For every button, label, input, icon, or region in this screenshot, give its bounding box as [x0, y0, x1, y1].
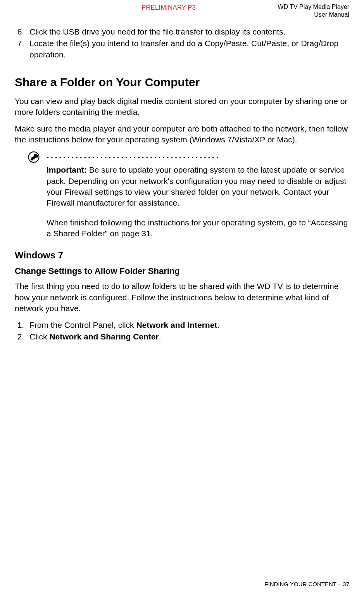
note-label: Important: — [47, 165, 87, 174]
paragraph-intro-1: You can view and play back digital media… — [15, 96, 349, 118]
step-7: Locate the file(s) you intend to transfe… — [26, 38, 349, 60]
subheading-windows7: Windows 7 — [15, 250, 349, 261]
note-important-text: Important: Be sure to update your operat… — [47, 164, 349, 208]
header-line-1: WD TV Play Media Player — [278, 3, 349, 11]
subsubheading-change-settings: Change Settings to Allow Folder Sharing — [15, 266, 349, 276]
note-content: ........................................… — [47, 153, 349, 239]
page-header: PRELIMINARY-P3 WD TV Play Media Player U… — [0, 0, 364, 19]
paragraph-intro-2: Make sure the media player and your comp… — [15, 123, 349, 145]
footer-page-number: 37 — [343, 581, 349, 587]
header-product: WD TV Play Media Player User Manual — [278, 3, 349, 19]
header-line-2: User Manual — [278, 11, 349, 19]
important-note-block: ........................................… — [15, 153, 349, 239]
win7-step-1-pre: From the Control Panel, click — [29, 320, 136, 329]
footer-section: FINDING YOUR CONTENT — [264, 581, 336, 587]
win7-step-2-post: . — [159, 332, 161, 341]
win7-step-2-pre: Click — [29, 332, 49, 341]
win7-step-1: From the Control Panel, click Network an… — [26, 320, 349, 331]
wrench-icon — [27, 151, 42, 165]
paragraph-change-settings: The first thing you need to do to allow … — [15, 281, 349, 314]
win7-step-1-post: . — [217, 320, 219, 329]
note-body: Be sure to update your operating system … — [47, 165, 346, 207]
win7-step-1-bold: Network and Internet — [136, 320, 217, 329]
note-separator-dots: ........................................… — [47, 153, 349, 158]
continued-steps-list: Click the USB drive you need for the fil… — [15, 26, 349, 60]
step-6: Click the USB drive you need for the fil… — [26, 26, 349, 37]
page-footer: FINDING YOUR CONTENT – 37 — [264, 581, 349, 587]
win7-steps-list: From the Control Panel, click Network an… — [15, 320, 349, 343]
footer-separator: – — [336, 581, 343, 587]
note-followup-text: When finished following the instructions… — [47, 217, 349, 239]
win7-step-2: Click Network and Sharing Center. — [26, 331, 349, 342]
section-heading-share-folder: Share a Folder on Your Computer — [15, 76, 349, 89]
preliminary-stamp: PRELIMINARY-P3 — [141, 3, 196, 12]
win7-step-2-bold: Network and Sharing Center — [49, 332, 159, 341]
page-content: Click the USB drive you need for the fil… — [0, 19, 364, 342]
